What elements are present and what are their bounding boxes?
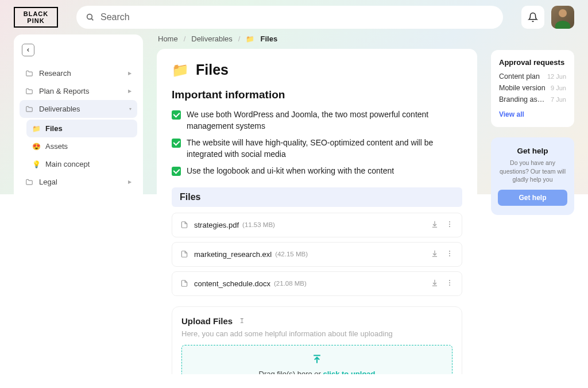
sidebar-item-legal[interactable]: Legal ▶	[20, 173, 137, 191]
notifications-button[interactable]	[521, 6, 544, 29]
sidebar-subitem-main-concept[interactable]: 💡 Main concept	[26, 155, 137, 173]
download-button[interactable]	[431, 279, 439, 289]
file-size: (42.15 MB)	[275, 251, 308, 258]
approval-name: Content plan	[499, 72, 540, 80]
download-icon	[431, 249, 439, 258]
view-all-link[interactable]: View all	[499, 110, 524, 118]
approval-name: Mobile version	[499, 84, 546, 92]
sidebar: Research ▶ Plan & Reports ▶ Deliverables…	[14, 34, 143, 374]
more-button[interactable]	[446, 249, 454, 259]
folder-icon	[25, 70, 33, 78]
sidebar-item-label: Deliverables	[39, 105, 80, 113]
avatar[interactable]	[551, 6, 574, 29]
section-heading-info: Important information	[172, 89, 462, 101]
download-icon	[431, 279, 439, 287]
file-row[interactable]: strategies.pdf (11.53 MB)	[172, 213, 462, 237]
svg-point-12	[449, 282, 450, 283]
text-cursor-icon: 𝙸	[239, 317, 244, 325]
breadcrumb: Home / Deliverables / 📁 Files	[157, 34, 477, 43]
help-heading: Get help	[498, 147, 567, 155]
folder-icon: 📁	[172, 62, 189, 78]
svg-point-11	[449, 280, 450, 281]
svg-point-9	[449, 255, 450, 256]
folder-icon: 📁	[32, 125, 41, 133]
search-input[interactable]: Search	[76, 6, 503, 29]
bullet-text: We use both WordPress and Joomla, the tw…	[187, 109, 462, 132]
bell-icon	[528, 12, 538, 22]
svg-point-4	[449, 224, 450, 225]
breadcrumb-separator: /	[238, 34, 241, 43]
breadcrumb-deliverables[interactable]: Deliverables	[191, 34, 233, 43]
breadcrumb-current: Files	[260, 34, 277, 43]
file-name: content_schedule.docx	[194, 279, 270, 288]
lightbulb-icon: 💡	[32, 160, 41, 168]
download-button[interactable]	[431, 220, 439, 230]
sidebar-item-plan-reports[interactable]: Plan & Reports ▶	[20, 82, 137, 100]
download-button[interactable]	[431, 249, 439, 259]
upload-heading: Upload Files	[181, 316, 233, 326]
more-vertical-icon	[446, 279, 454, 287]
approval-date: 12 Jun	[547, 73, 566, 80]
approval-item[interactable]: Mobile version 9 Jun	[499, 84, 566, 92]
document-icon	[180, 250, 188, 258]
get-help-button[interactable]: Get help	[498, 190, 567, 206]
sidebar-subitem-assets[interactable]: 😍 Assets	[26, 137, 137, 155]
file-row[interactable]: content_schedule.docx (21.08 MB)	[172, 271, 462, 296]
sidebar-item-research[interactable]: Research ▶	[20, 64, 137, 82]
chevron-right-icon: ▶	[128, 89, 131, 94]
upload-link[interactable]: click to upload	[323, 370, 375, 374]
bullet-text: The website will have high-quality, SEO-…	[187, 137, 462, 160]
svg-point-3	[449, 221, 450, 222]
approval-item[interactable]: Content plan 12 Jun	[499, 72, 566, 80]
sidebar-item-deliverables[interactable]: Deliverables ▾	[20, 100, 137, 118]
document-icon	[180, 279, 188, 287]
sidebar-item-label: Plan & Reports	[39, 87, 89, 95]
breadcrumb-separator: /	[184, 34, 186, 43]
approval-requests-card: Approval requests Content plan 12 Jun Mo…	[491, 50, 574, 127]
svg-point-5	[449, 226, 450, 227]
sidebar-subnav: 📁 Files 😍 Assets 💡 Main concept	[20, 120, 137, 173]
emoji-icon: 😍	[32, 143, 41, 151]
file-size: (11.53 MB)	[242, 221, 275, 228]
chevron-right-icon: ▶	[128, 71, 131, 76]
file-name: marketing_research.exl	[194, 250, 272, 259]
info-bullet: The website will have high-quality, SEO-…	[172, 137, 462, 160]
page-card: 📁 Files Important information We use bot…	[157, 49, 477, 374]
collapse-icon	[25, 47, 31, 53]
file-row[interactable]: marketing_research.exl (42.15 MB)	[172, 242, 462, 267]
collapse-sidebar-button[interactable]	[22, 44, 34, 56]
svg-point-7	[449, 251, 450, 252]
files-heading: Files	[172, 187, 462, 207]
upload-description[interactable]: Here, you can add some helpful informati…	[181, 329, 452, 338]
check-icon	[172, 110, 181, 120]
card-heading: Approval requests	[499, 58, 566, 67]
upload-section: Upload Files 𝙸 Here, you can add some he…	[172, 306, 462, 374]
info-bullets: We use both WordPress and Joomla, the tw…	[172, 109, 462, 177]
sidebar-item-label: Research	[39, 69, 71, 78]
brand-logo[interactable]: BLACK PINK	[14, 7, 58, 28]
folder-icon	[25, 178, 33, 186]
svg-point-0	[87, 14, 92, 20]
upload-icon	[311, 354, 323, 367]
check-icon	[172, 167, 181, 176]
file-name: strategies.pdf	[194, 221, 239, 229]
chevron-down-icon: ▾	[129, 106, 131, 112]
check-icon	[172, 139, 181, 148]
info-bullet: We use both WordPress and Joomla, the tw…	[172, 109, 462, 132]
sidebar-subitem-files[interactable]: 📁 Files	[26, 120, 137, 137]
approval-item[interactable]: Branding asse... 7 Jun	[499, 95, 566, 103]
download-icon	[431, 220, 439, 228]
svg-point-13	[449, 285, 450, 286]
sidebar-subitem-label: Assets	[45, 142, 68, 151]
upload-dropzone[interactable]: Drag file(s) here or click to upload	[181, 345, 452, 374]
right-column: Approval requests Content plan 12 Jun Mo…	[491, 50, 574, 374]
more-vertical-icon	[446, 220, 454, 228]
dropzone-text: Drag file(s) here or click to upload	[259, 370, 376, 374]
content-area: Home / Deliverables / 📁 Files 📁 Files Im…	[157, 34, 477, 374]
more-button[interactable]	[446, 220, 454, 230]
more-button[interactable]	[446, 279, 454, 289]
breadcrumb-home[interactable]: Home	[158, 34, 178, 43]
sidebar-subitem-label: Main concept	[45, 160, 90, 168]
approval-date: 7 Jun	[551, 96, 566, 103]
approval-name: Branding asse...	[499, 95, 547, 103]
